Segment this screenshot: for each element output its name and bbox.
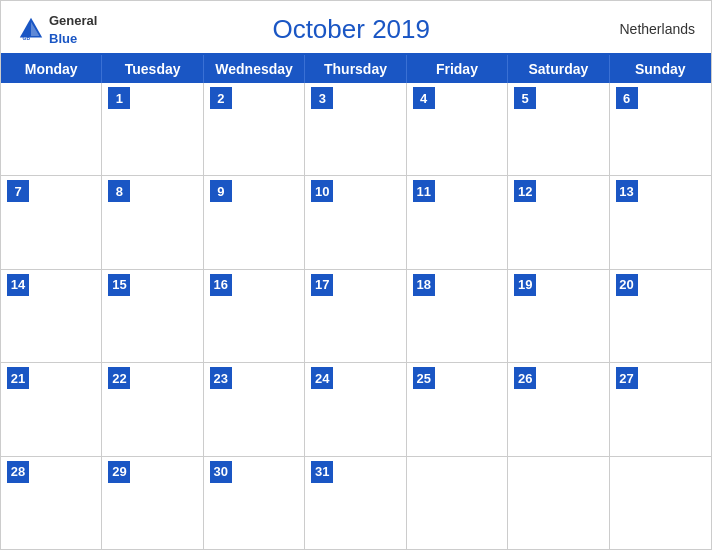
day-number: 2 <box>210 87 232 109</box>
day-cell: 4 <box>407 83 508 175</box>
day-cell: 1 <box>102 83 203 175</box>
day-number: 12 <box>514 180 536 202</box>
day-cell <box>1 83 102 175</box>
week-row-4: 21222324252627 <box>1 363 711 456</box>
calendar-title: October 2019 <box>97 14 605 45</box>
day-number: 27 <box>616 367 638 389</box>
day-cell: 29 <box>102 457 203 549</box>
logo-general: General <box>49 13 97 28</box>
day-cell: 24 <box>305 363 406 455</box>
day-cell: 6 <box>610 83 711 175</box>
week-row-1: 123456 <box>1 83 711 176</box>
day-number: 1 <box>108 87 130 109</box>
day-number: 30 <box>210 461 232 483</box>
calendar: GB General Blue October 2019 Netherlands… <box>0 0 712 550</box>
day-cell: 27 <box>610 363 711 455</box>
day-cell: 22 <box>102 363 203 455</box>
day-cell <box>610 457 711 549</box>
day-headers: MondayTuesdayWednesdayThursdayFridaySatu… <box>1 55 711 83</box>
day-header-friday: Friday <box>407 55 508 83</box>
day-header-saturday: Saturday <box>508 55 609 83</box>
logo-icon: GB <box>17 15 45 43</box>
day-number: 17 <box>311 274 333 296</box>
day-cell: 13 <box>610 176 711 268</box>
day-cell: 30 <box>204 457 305 549</box>
day-number: 5 <box>514 87 536 109</box>
day-number: 3 <box>311 87 333 109</box>
day-header-sunday: Sunday <box>610 55 711 83</box>
day-cell: 28 <box>1 457 102 549</box>
day-cell: 15 <box>102 270 203 362</box>
day-cell: 10 <box>305 176 406 268</box>
day-cell: 16 <box>204 270 305 362</box>
day-cell <box>508 457 609 549</box>
day-number: 10 <box>311 180 333 202</box>
day-number: 20 <box>616 274 638 296</box>
day-number: 26 <box>514 367 536 389</box>
day-number: 13 <box>616 180 638 202</box>
day-number: 9 <box>210 180 232 202</box>
day-cell: 11 <box>407 176 508 268</box>
day-number: 28 <box>7 461 29 483</box>
day-cell: 21 <box>1 363 102 455</box>
day-cell: 17 <box>305 270 406 362</box>
weeks-area: 1234567891011121314151617181920212223242… <box>1 83 711 549</box>
day-number: 14 <box>7 274 29 296</box>
week-row-3: 14151617181920 <box>1 270 711 363</box>
country-label: Netherlands <box>605 21 695 37</box>
day-cell: 25 <box>407 363 508 455</box>
logo-text: General Blue <box>49 11 97 47</box>
day-number: 15 <box>108 274 130 296</box>
logo-blue: Blue <box>49 31 77 46</box>
day-number: 6 <box>616 87 638 109</box>
day-number: 25 <box>413 367 435 389</box>
day-number: 16 <box>210 274 232 296</box>
day-number: 22 <box>108 367 130 389</box>
day-header-tuesday: Tuesday <box>102 55 203 83</box>
day-number: 21 <box>7 367 29 389</box>
day-cell: 19 <box>508 270 609 362</box>
week-row-5: 28293031 <box>1 457 711 549</box>
day-cell: 18 <box>407 270 508 362</box>
day-cell: 9 <box>204 176 305 268</box>
day-cell: 5 <box>508 83 609 175</box>
day-number: 23 <box>210 367 232 389</box>
calendar-grid: MondayTuesdayWednesdayThursdayFridaySatu… <box>1 53 711 549</box>
day-cell: 31 <box>305 457 406 549</box>
day-cell: 8 <box>102 176 203 268</box>
day-header-wednesday: Wednesday <box>204 55 305 83</box>
week-row-2: 78910111213 <box>1 176 711 269</box>
day-cell: 20 <box>610 270 711 362</box>
logo: GB General Blue <box>17 11 97 47</box>
day-number: 11 <box>413 180 435 202</box>
day-number: 18 <box>413 274 435 296</box>
day-number: 8 <box>108 180 130 202</box>
day-number: 4 <box>413 87 435 109</box>
day-number: 24 <box>311 367 333 389</box>
day-cell: 7 <box>1 176 102 268</box>
day-cell: 26 <box>508 363 609 455</box>
day-cell: 12 <box>508 176 609 268</box>
day-number: 29 <box>108 461 130 483</box>
day-header-monday: Monday <box>1 55 102 83</box>
day-number: 7 <box>7 180 29 202</box>
day-cell <box>407 457 508 549</box>
day-cell: 14 <box>1 270 102 362</box>
day-cell: 3 <box>305 83 406 175</box>
day-cell: 2 <box>204 83 305 175</box>
svg-text:GB: GB <box>23 36 31 41</box>
day-header-thursday: Thursday <box>305 55 406 83</box>
day-number: 31 <box>311 461 333 483</box>
day-cell: 23 <box>204 363 305 455</box>
day-number: 19 <box>514 274 536 296</box>
calendar-header: GB General Blue October 2019 Netherlands <box>1 1 711 53</box>
